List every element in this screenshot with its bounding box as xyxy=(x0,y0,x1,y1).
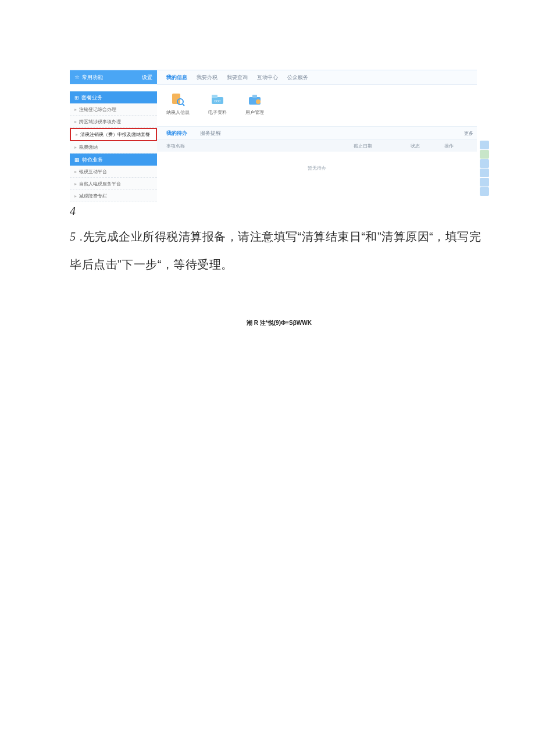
package-icon: ⊞ xyxy=(74,95,79,101)
tab-query[interactable]: 我要查询 xyxy=(227,74,248,81)
main-panel: 我的信息 我要办税 我要查询 互动中心 公众服务 纳税人信息 xyxy=(157,70,477,202)
sidebar-section-special[interactable]: ▦ 特色业务 xyxy=(70,153,157,166)
float-button-5[interactable] xyxy=(480,178,489,187)
sidebar-item-taxpay[interactable]: ▸ 税费缴纳 xyxy=(70,141,157,153)
chevron-icon: ▸ xyxy=(74,181,77,187)
svg-text:DOC: DOC xyxy=(214,99,221,103)
chevron-icon: ▸ xyxy=(74,169,77,174)
todo-empty-text: 暂无待办 xyxy=(157,152,477,174)
card-edoc[interactable]: DOC 电子资料 xyxy=(208,92,227,116)
sidebar-item-cancel-reg[interactable]: ▸ 注销登记综合办理 xyxy=(70,103,157,116)
subtab-reminder[interactable]: 服务提醒 xyxy=(200,130,221,137)
tab-interact[interactable]: 互动中心 xyxy=(257,74,278,81)
float-button-4[interactable] xyxy=(480,169,489,177)
chevron-icon: ▸ xyxy=(76,132,78,137)
chevron-icon: ▸ xyxy=(74,107,77,112)
card-taxpayer-info[interactable]: 纳税人信息 xyxy=(166,92,190,116)
side-floating-buttons xyxy=(480,141,489,196)
col-status: 状态 xyxy=(411,143,440,149)
step-5-number: 5 xyxy=(70,230,76,243)
tab-do-tax[interactable]: 我要办税 xyxy=(197,74,217,81)
chevron-icon: ▸ xyxy=(74,194,77,199)
sidebar-item-tax-clear-package[interactable]: ▸ 清税注销税（费）申报及缴纳套餐 xyxy=(70,128,157,141)
card-user-mgmt[interactable]: 用户管理 xyxy=(245,92,264,116)
svg-rect-4 xyxy=(212,95,217,98)
float-button-2[interactable] xyxy=(480,150,489,159)
sidebar-item-taxcut[interactable]: ▸ 减税降费专栏 xyxy=(70,190,157,202)
sidebar-item-natural-person[interactable]: ▸ 自然人电税服务平台 xyxy=(70,178,157,190)
fav-title: 常用功能 xyxy=(82,74,103,80)
tax-app-screenshot: ☆常用功能 设置 ⊞ 套餐业务 ▸ 注销登记综合办理 ▸ 跨区域涉税事项办理 xyxy=(70,70,488,202)
float-button-3[interactable] xyxy=(480,159,489,168)
step-4-number: 4 xyxy=(70,205,488,218)
folder-icon: DOC xyxy=(209,92,226,107)
svg-line-2 xyxy=(183,104,184,106)
col-action: 操作 xyxy=(444,143,468,149)
svg-point-8 xyxy=(256,99,261,104)
sidebar-item-banktax[interactable]: ▸ 银税互动平台 xyxy=(70,166,157,178)
sidebar-favorites-header[interactable]: ☆常用功能 设置 xyxy=(70,70,157,84)
float-button-1[interactable] xyxy=(480,141,489,149)
grid-icon: ▦ xyxy=(74,157,80,163)
subtabs-more-link[interactable]: 更多 xyxy=(464,130,473,137)
document-search-icon xyxy=(169,92,187,107)
footer-text: 潮 R 注*悦(9)Φ≡SβWWK xyxy=(70,319,488,327)
chevron-icon: ▸ xyxy=(74,145,77,150)
sidebar-item-crossregion[interactable]: ▸ 跨区域涉税事项办理 xyxy=(70,116,157,128)
sidebar-section-package[interactable]: ⊞ 套餐业务 xyxy=(70,91,157,103)
svg-rect-7 xyxy=(252,95,257,98)
sidebar: ☆常用功能 设置 ⊞ 套餐业务 ▸ 注销登记综合办理 ▸ 跨区域涉税事项办理 xyxy=(70,70,157,202)
briefcase-user-icon xyxy=(246,92,263,107)
todo-table-header: 事项名称 截止日期 状态 操作 xyxy=(157,140,477,152)
tab-public[interactable]: 公众服务 xyxy=(287,74,308,81)
subtab-todo[interactable]: 我的待办 xyxy=(166,130,187,137)
step-5-text: 5 .先完成企业所得税清算报备，请注意填写“清算结束日“和”清算原因“，填写完毕… xyxy=(70,223,488,278)
info-cards: 纳税人信息 DOC 电子资料 用户管理 xyxy=(157,85,477,126)
sub-tabs: 我的待办 服务提醒 更多 xyxy=(157,126,477,140)
main-tabs: 我的信息 我要办税 我要查询 互动中心 公众服务 xyxy=(157,70,477,85)
star-icon: ☆ xyxy=(74,74,80,80)
col-deadline: 截止日期 xyxy=(354,143,406,149)
fav-settings-link[interactable]: 设置 xyxy=(142,74,152,81)
col-name: 事项名称 xyxy=(166,143,349,149)
tab-my-info[interactable]: 我的信息 xyxy=(166,74,187,81)
chevron-icon: ▸ xyxy=(74,119,77,124)
float-button-6[interactable] xyxy=(480,187,489,196)
